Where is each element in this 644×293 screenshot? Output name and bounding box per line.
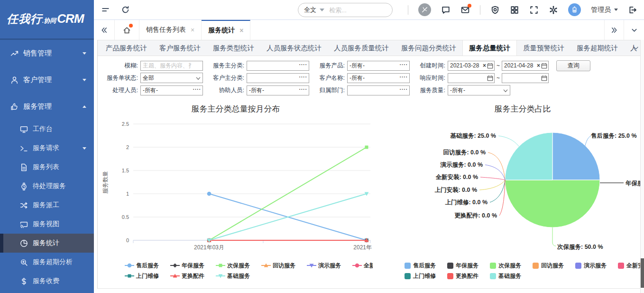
legend-item-年保服务[interactable]: 年保服务 xyxy=(170,262,204,270)
gear-icon[interactable] xyxy=(549,5,558,15)
tab-服务统计[interactable]: 服务统计× xyxy=(202,20,250,40)
sidebar-item-待处理服务[interactable]: 待处理服务 xyxy=(0,177,94,196)
subtab-服务总量统计[interactable]: 服务总量统计 xyxy=(462,40,517,56)
filter-input-服务主分类[interactable]: ···· xyxy=(247,61,309,71)
ellipsis-picker-icon[interactable]: ···· xyxy=(299,62,307,67)
tab-销售任务列表[interactable]: 销售任务列表× xyxy=(139,20,202,40)
scrollbar-thumb[interactable] xyxy=(641,258,644,288)
shield-icon[interactable] xyxy=(490,5,500,15)
legend-item-年保服务[interactable]: 年保服务 xyxy=(447,262,478,270)
legend-item-基础服务[interactable]: 基础服务 xyxy=(216,272,250,280)
logout-icon[interactable] xyxy=(628,5,637,15)
tabs-scroll-left-icon[interactable] xyxy=(94,20,115,40)
filter-input-归属部门[interactable]: ···· xyxy=(347,85,410,95)
phone-muted-icon[interactable] xyxy=(418,3,431,16)
filter-date-创建时间-to[interactable]: 2021-04-28× xyxy=(502,61,549,71)
filter-date-创建时间-from[interactable]: 2021-03-28× xyxy=(448,61,495,71)
sidebar-item-服务列表[interactable]: 服务列表 xyxy=(0,158,94,177)
subtab-服务问题分类统计[interactable]: 服务问题分类统计 xyxy=(395,40,462,56)
search-input[interactable] xyxy=(329,7,386,14)
calendar-icon[interactable] xyxy=(541,75,547,83)
sidebar-item-服务请求[interactable]: 服务请求 xyxy=(0,139,94,158)
ellipsis-picker-icon[interactable]: ···· xyxy=(299,87,307,92)
filter-input-客户主分类[interactable]: ···· xyxy=(247,73,309,83)
text-input[interactable] xyxy=(350,75,402,81)
query-button[interactable]: 查询 xyxy=(556,60,590,71)
sidebar-item-服务派工[interactable]: 服务派工 xyxy=(0,196,94,215)
text-input[interactable] xyxy=(143,62,195,69)
subtab-服务超期统计[interactable]: 服务超期统计 xyxy=(570,40,624,56)
sidebar-item-服务视图[interactable]: 服务视图 xyxy=(0,215,94,234)
sidebar-item-客户管理[interactable]: 客户管理 xyxy=(0,66,94,93)
sidebar-item-服务管理[interactable]: 服务管理 xyxy=(0,93,94,120)
subtab-质量预警统计[interactable]: 质量预警统计 xyxy=(517,40,570,56)
apps-grid-icon[interactable] xyxy=(510,5,519,15)
legend-item-售后服务[interactable]: 售后服务 xyxy=(125,262,159,270)
ellipsis-picker-icon[interactable]: ···· xyxy=(299,75,307,80)
clear-icon[interactable]: × xyxy=(483,63,486,68)
clear-icon[interactable]: × xyxy=(537,63,540,68)
legend-item-次保服务[interactable]: 次保服务 xyxy=(216,262,250,270)
fullscreen-icon[interactable] xyxy=(529,5,539,15)
legend-item-次保服务[interactable]: 次保服务 xyxy=(490,262,521,270)
chevron-down-icon[interactable] xyxy=(503,88,508,94)
sidebar-item-服务收费[interactable]: 服务收费 xyxy=(0,272,94,291)
pie-slice-售后服务[interactable] xyxy=(552,132,600,180)
tabs-scroll-right-icon[interactable] xyxy=(604,20,624,40)
filter-input-服务产品[interactable]: ···· xyxy=(347,61,410,71)
legend-item-全新安装[interactable]: 全新安装 xyxy=(352,262,373,270)
legend-item-更换配件[interactable]: 更换配件 xyxy=(170,272,204,280)
legend-item-演示服务[interactable]: 演示服务 xyxy=(575,262,607,270)
tabs-list-dropdown-icon[interactable] xyxy=(624,20,644,40)
filter-input-协助人员[interactable]: ···· xyxy=(247,85,309,95)
filter-date-响应时间-to[interactable] xyxy=(502,73,549,83)
subtab-产品服务统计[interactable]: 产品服务统计 xyxy=(100,40,153,56)
calendar-icon[interactable] xyxy=(487,75,493,83)
legend-item-上门维修[interactable]: 上门维修 xyxy=(405,272,436,280)
ellipsis-picker-icon[interactable]: ···· xyxy=(400,75,408,80)
home-tab[interactable] xyxy=(115,20,139,40)
filter-input-模糊[interactable] xyxy=(140,61,203,71)
ellipsis-picker-icon[interactable]: ···· xyxy=(400,62,408,67)
chevron-down-icon[interactable] xyxy=(195,76,201,81)
close-icon[interactable]: × xyxy=(239,27,243,34)
calendar-icon[interactable] xyxy=(541,63,547,70)
text-input[interactable] xyxy=(350,62,402,69)
ellipsis-picker-icon[interactable]: ···· xyxy=(400,87,408,92)
close-icon[interactable]: × xyxy=(191,27,194,33)
text-input[interactable] xyxy=(249,87,301,94)
filter-input-处理人员[interactable]: ···· xyxy=(140,85,203,95)
vertical-scrollbar[interactable] xyxy=(640,40,644,293)
sidebar-item-服务统计[interactable]: 服务统计 xyxy=(0,234,94,253)
user-avatar[interactable] xyxy=(568,3,581,16)
filter-select-服务质量[interactable]: -所有- xyxy=(448,85,510,95)
legend-item-更换配件[interactable]: 更换配件 xyxy=(447,272,478,280)
text-input[interactable] xyxy=(249,62,301,69)
pie-slice-次保服务[interactable] xyxy=(505,180,600,227)
sidebar-item-服务超期分析[interactable]: 服务超期分析 xyxy=(0,253,94,272)
subtab-人员服务状态统计[interactable]: 人员服务状态统计 xyxy=(260,40,328,56)
filter-date-响应时间-from[interactable] xyxy=(448,73,495,83)
sidebar-item-销售管理[interactable]: 销售管理 xyxy=(0,40,94,66)
text-input[interactable] xyxy=(249,75,301,81)
text-input[interactable] xyxy=(350,87,402,94)
ellipsis-picker-icon[interactable]: ···· xyxy=(193,87,201,92)
legend-item-上门维修[interactable]: 上门维修 xyxy=(125,272,159,280)
menu-fold-icon[interactable] xyxy=(101,5,110,15)
subtab-人员服务质量统计[interactable]: 人员服务质量统计 xyxy=(328,40,395,56)
legend-item-基础服务[interactable]: 基础服务 xyxy=(490,272,521,280)
sidebar-item-工作台[interactable]: 工作台 xyxy=(0,120,94,139)
calendar-icon[interactable] xyxy=(487,63,493,70)
subtab-客户服务统计[interactable]: 客户服务统计 xyxy=(153,40,207,56)
search-scope-caret-icon[interactable] xyxy=(320,9,324,11)
subtabs-dropdown-icon[interactable] xyxy=(633,45,639,53)
username-label[interactable]: 管理员 xyxy=(591,6,611,14)
user-menu-caret-icon[interactable] xyxy=(614,9,618,11)
pie-slice-基础服务[interactable] xyxy=(505,132,552,180)
refresh-icon[interactable] xyxy=(120,5,130,15)
search-scope-select[interactable]: 全文 xyxy=(304,6,316,14)
text-input[interactable] xyxy=(143,87,195,94)
legend-item-回访服务[interactable]: 回访服务 xyxy=(261,262,295,270)
filter-select-服务单状态[interactable]: 全部 xyxy=(140,73,203,83)
legend-item-回访服务[interactable]: 回访服务 xyxy=(533,262,564,270)
